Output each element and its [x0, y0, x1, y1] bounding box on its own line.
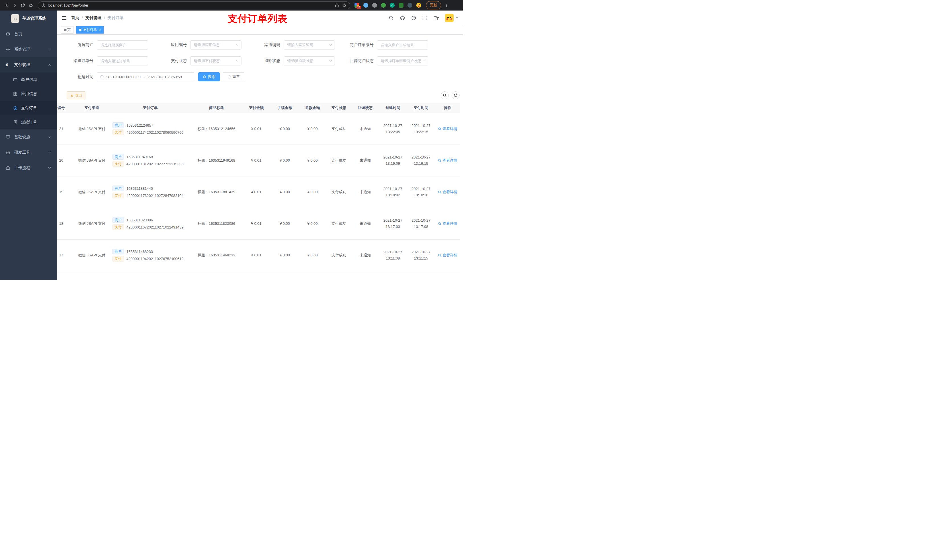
- ext-dark-icon[interactable]: [407, 3, 412, 8]
- channel-order-no-input[interactable]: [97, 56, 148, 65]
- search-icon[interactable]: [389, 15, 394, 21]
- ext-colorful-icon[interactable]: 10: [354, 3, 359, 8]
- channel-code-select[interactable]: 请输入渠道编码: [284, 41, 335, 50]
- bookmark-star-icon[interactable]: [342, 3, 346, 8]
- github-icon[interactable]: [400, 15, 405, 21]
- merchant-order-no-label: 商户订单编号: [342, 42, 374, 48]
- pay-order-cell: 商户 1635311823086 支付 42000011672021102710…: [110, 208, 191, 239]
- pay-order-cell: 商户 1635311881440 支付 42000011732021102728…: [110, 176, 191, 208]
- browser-menu-icon[interactable]: [443, 2, 451, 9]
- title-prefix: 标题：: [198, 253, 209, 257]
- pay-badge: 支付: [112, 224, 124, 230]
- sidebar-item-refund-order[interactable]: 退款订单: [0, 115, 57, 130]
- sidebar-item-merchant-info[interactable]: 商户信息: [0, 72, 57, 87]
- sidebar-menu: 首页 系统管理 ¥ 支付管理: [0, 26, 57, 175]
- view-detail-link[interactable]: 查看详情: [438, 253, 457, 258]
- refresh-table-button[interactable]: [452, 91, 460, 99]
- merchant-order-no-input[interactable]: [377, 41, 428, 50]
- sidebar-item-devtools[interactable]: 研发工具: [0, 145, 57, 160]
- url-text[interactable]: localhost:1024/pay/order: [48, 3, 332, 8]
- date-start[interactable]: 2021-10-01 00:00:00: [106, 75, 141, 79]
- title-prefix: 标题：: [198, 127, 209, 131]
- channel-code-label: 渠道编码: [249, 42, 280, 48]
- view-detail-link[interactable]: 查看详情: [438, 190, 457, 195]
- tab-home[interactable]: 首页: [61, 26, 73, 33]
- create-time-range-picker[interactable]: 2021-10-01 00:00:00 - 2021-10-31 23:59:5…: [97, 72, 194, 82]
- search-button[interactable]: 搜索: [198, 72, 220, 82]
- ext-check-icon[interactable]: ✓: [390, 3, 395, 8]
- font-size-icon[interactable]: [433, 15, 439, 21]
- toggle-search-button[interactable]: [441, 91, 449, 99]
- close-icon[interactable]: ×: [98, 28, 101, 32]
- pay-status-select[interactable]: 请选择支付状态: [190, 56, 242, 65]
- select-placeholder: 请选择订单回调商户状态: [381, 58, 422, 63]
- breadcrumb: 首页 / 支付管理 / 支付订单: [71, 15, 124, 21]
- pay-order-cell: 商户 1635312124657 支付 42000011742021102780…: [110, 113, 191, 145]
- reset-button[interactable]: 重置: [223, 72, 244, 82]
- ext-smiley-icon[interactable]: [416, 3, 421, 8]
- back-icon[interactable]: [3, 2, 11, 9]
- header-actions: [389, 14, 463, 22]
- table-header: 编号 支付渠道 支付订单 商品标题 支付金额 手续金额 退款金额 支付状态 回调…: [57, 103, 460, 113]
- ext-blue-icon[interactable]: [363, 3, 368, 8]
- col-pay-time: 支付时间: [407, 103, 435, 113]
- address-bar[interactable]: localhost:1024/pay/order: [38, 2, 350, 9]
- sidebar-item-system[interactable]: 系统管理: [0, 42, 57, 57]
- sidebar-item-pay-order[interactable]: 支付订单: [0, 101, 57, 115]
- home-icon[interactable]: [27, 2, 35, 9]
- breadcrumb-home[interactable]: 首页: [71, 15, 79, 21]
- tab-pay-order[interactable]: 支付订单 ×: [76, 26, 104, 33]
- col-title: 商品标题: [191, 103, 242, 113]
- sidebar-item-payment[interactable]: ¥ 支付管理: [0, 57, 57, 72]
- breadcrumb-separator: /: [82, 16, 83, 20]
- ext-green-icon[interactable]: [381, 3, 386, 8]
- sidebar-item-label: 基础设施: [14, 134, 30, 140]
- fullscreen-icon[interactable]: [422, 15, 427, 21]
- view-detail-link[interactable]: 查看详情: [438, 126, 457, 131]
- grid-icon: [13, 92, 18, 96]
- browser-update-button[interactable]: 更新: [426, 1, 441, 9]
- forward-icon[interactable]: [11, 2, 19, 9]
- sidebar-item-home[interactable]: 首页: [0, 26, 57, 42]
- breadcrumb-payment[interactable]: 支付管理: [85, 15, 101, 21]
- merchant-label: 所属商户: [62, 42, 94, 48]
- sidebar-toggle-icon[interactable]: [57, 15, 71, 21]
- action-cell: 查看详情: [435, 239, 460, 271]
- monitor-icon: [6, 135, 10, 139]
- table-row: 16 商户 1635311375786 支付 标题： 查看详情: [57, 271, 460, 280]
- pay-status: 支付成功: [326, 208, 352, 239]
- help-icon[interactable]: [411, 15, 416, 21]
- reload-icon[interactable]: [19, 2, 27, 9]
- fee-amount: ¥ 0.00: [271, 239, 299, 271]
- view-detail-link[interactable]: 查看详情: [438, 158, 457, 163]
- ext-chat-icon[interactable]: [399, 3, 404, 8]
- site-info-icon[interactable]: [41, 3, 45, 8]
- pay-order-no: 4200001181202110277723215336: [126, 162, 184, 166]
- date-end[interactable]: 2021-10-31 23:59:59: [147, 75, 182, 79]
- sidebar-item-infra[interactable]: 基础设施: [0, 130, 57, 145]
- pay-status: 支付成功: [326, 145, 352, 176]
- view-detail-link[interactable]: 查看详情: [438, 221, 457, 226]
- col-id: 编号: [57, 103, 74, 113]
- fee-amount: ¥ 0.00: [271, 208, 299, 239]
- pay-badge: 支付: [112, 193, 124, 198]
- refund-status-select[interactable]: 请选择退款状态: [284, 56, 335, 65]
- callback-status-select[interactable]: 请选择订单回调商户状态: [377, 56, 428, 65]
- chevron-down-icon: [236, 59, 239, 63]
- merchant-order-no: 1635311468233: [126, 249, 153, 254]
- sidebar-item-app-info[interactable]: 应用信息: [0, 87, 57, 101]
- ext-gray-icon[interactable]: [372, 3, 377, 8]
- merchant-input[interactable]: [97, 41, 148, 50]
- sidebar-item-workflow[interactable]: 工作流程: [0, 160, 57, 175]
- user-menu[interactable]: [445, 14, 458, 22]
- pay-order-cell: 商户 1635311375786 支付: [110, 271, 191, 280]
- gear-icon: [6, 47, 10, 52]
- refund-amount: ¥ 0.00: [299, 208, 326, 239]
- merchant-badge: 商户: [112, 186, 124, 191]
- clock-icon: [100, 75, 104, 79]
- share-icon[interactable]: [334, 3, 339, 8]
- export-button[interactable]: 导出: [67, 91, 85, 99]
- chevron-up-icon: [48, 63, 51, 66]
- app-select[interactable]: 请选择应用信息: [190, 41, 242, 50]
- app-logo[interactable]: 芋道管理系统: [0, 11, 57, 26]
